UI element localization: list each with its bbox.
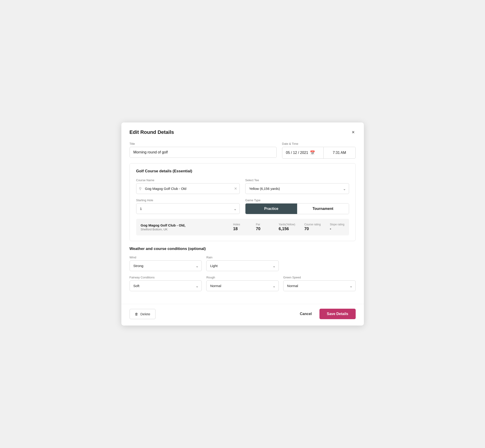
course-rating-label: Course rating bbox=[304, 223, 321, 226]
holes-stat: Holes 18 bbox=[233, 223, 247, 231]
modal-footer: 🗑 Delete Cancel Save Details bbox=[121, 304, 364, 326]
modal-title: Edit Round Details bbox=[129, 129, 174, 135]
course-info-card: Gog Magog Golf Club - Old, Shelford Bott… bbox=[136, 219, 349, 235]
par-stat: Par 70 bbox=[256, 223, 270, 231]
slope-rating-stat: Slope rating - bbox=[330, 223, 344, 231]
wind-rain-row: Wind NoneLightModerateStrong ⌄ Rain None… bbox=[129, 256, 356, 271]
wind-dropdown[interactable]: NoneLightModerateStrong bbox=[129, 260, 202, 271]
course-name-label: Course Name bbox=[136, 178, 240, 182]
clear-icon[interactable]: ✕ bbox=[234, 186, 237, 191]
edit-round-modal: Edit Round Details × Title Date & Time 0… bbox=[121, 122, 364, 326]
starting-hole-label: Starting Hole bbox=[136, 199, 240, 202]
yards-stat: Yards(Yellow) 6,156 bbox=[279, 223, 295, 231]
rain-label: Rain bbox=[206, 256, 279, 259]
course-rating-stat: Course rating 70 bbox=[304, 223, 321, 231]
modal-body: Title Date & Time 05 / 12 / 2021 📅 7:31 … bbox=[121, 140, 364, 302]
search-icon: ⚲ bbox=[139, 186, 142, 191]
wind-group: Wind NoneLightModerateStrong ⌄ bbox=[129, 256, 202, 271]
time-part[interactable]: 7:31 AM bbox=[323, 147, 356, 159]
starting-hole-dropdown[interactable]: 1234 5678 910 bbox=[136, 203, 240, 214]
footer-right: Cancel Save Details bbox=[298, 309, 356, 319]
game-type-toggle: Practice Tournament bbox=[245, 203, 349, 214]
date-time-group: 05 / 12 / 2021 📅 7:31 AM bbox=[282, 147, 356, 159]
title-datetime-row: Title Date & Time 05 / 12 / 2021 📅 7:31 … bbox=[129, 142, 356, 159]
hole-gametype-row: Starting Hole 1234 5678 910 ⌄ Game Type … bbox=[136, 199, 349, 214]
select-tee-dropdown[interactable]: Yellow (6,156 yards) White Red bbox=[245, 183, 349, 194]
datetime-label: Date & Time bbox=[282, 142, 356, 145]
save-button[interactable]: Save Details bbox=[319, 309, 356, 319]
rough-wrapper: ShortNormalLong ⌄ bbox=[206, 280, 279, 291]
game-type-label: Game Type bbox=[245, 199, 349, 202]
green-speed-dropdown[interactable]: SlowNormalFast bbox=[283, 280, 356, 291]
calendar-icon: 📅 bbox=[310, 150, 315, 155]
delete-button[interactable]: 🗑 Delete bbox=[129, 309, 155, 319]
course-name-info: Gog Magog Golf Club - Old, Shelford Bott… bbox=[141, 223, 224, 231]
slope-rating-label: Slope rating bbox=[330, 223, 344, 226]
green-speed-wrapper: SlowNormalFast ⌄ bbox=[283, 280, 356, 291]
date-part[interactable]: 05 / 12 / 2021 📅 bbox=[282, 147, 323, 159]
green-speed-group: Green Speed SlowNormalFast ⌄ bbox=[283, 276, 356, 291]
fairway-group: Fairway Conditions SoftNormalHard ⌄ bbox=[129, 276, 202, 291]
delete-label: Delete bbox=[140, 312, 150, 316]
course-card-location: Shelford Bottom, UK bbox=[141, 228, 224, 231]
title-field-group: Title bbox=[129, 142, 277, 158]
cancel-button[interactable]: Cancel bbox=[298, 309, 314, 319]
date-value: 05 / 12 / 2021 bbox=[286, 151, 308, 155]
rough-label: Rough bbox=[206, 276, 279, 279]
course-tee-row: Course Name ⚲ ✕ Select Tee Yellow (6,156… bbox=[136, 178, 349, 194]
select-tee-group: Select Tee Yellow (6,156 yards) White Re… bbox=[245, 178, 349, 194]
slope-rating-value: - bbox=[330, 226, 331, 231]
starting-hole-group: Starting Hole 1234 5678 910 ⌄ bbox=[136, 199, 240, 214]
title-input[interactable] bbox=[129, 147, 277, 158]
trash-icon: 🗑 bbox=[135, 312, 138, 316]
course-rating-value: 70 bbox=[304, 226, 309, 231]
rain-dropdown[interactable]: NoneLightModerateHeavy bbox=[206, 260, 279, 271]
datetime-field-group: Date & Time 05 / 12 / 2021 📅 7:31 AM bbox=[282, 142, 356, 159]
course-card-name: Gog Magog Golf Club - Old, bbox=[141, 223, 224, 227]
yards-label: Yards(Yellow) bbox=[279, 223, 295, 226]
fairway-rough-green-row: Fairway Conditions SoftNormalHard ⌄ Roug… bbox=[129, 276, 356, 291]
conditions-section-title: Weather and course conditions (optional) bbox=[129, 247, 356, 251]
par-label: Par bbox=[256, 223, 260, 226]
golf-course-title: Golf Course details (Essential) bbox=[136, 169, 349, 174]
rain-wrapper: NoneLightModerateHeavy ⌄ bbox=[206, 260, 279, 271]
course-name-group: Course Name ⚲ ✕ bbox=[136, 178, 240, 194]
yards-value: 6,156 bbox=[279, 226, 289, 231]
golf-course-section: Golf Course details (Essential) Course N… bbox=[129, 163, 356, 241]
course-search-wrapper: ⚲ ✕ bbox=[136, 183, 240, 194]
starting-hole-wrapper: 1234 5678 910 ⌄ bbox=[136, 203, 240, 214]
wind-label: Wind bbox=[129, 256, 202, 259]
fairway-wrapper: SoftNormalHard ⌄ bbox=[129, 280, 202, 291]
green-speed-label: Green Speed bbox=[283, 276, 356, 279]
practice-button[interactable]: Practice bbox=[245, 203, 297, 214]
rough-dropdown[interactable]: ShortNormalLong bbox=[206, 280, 279, 291]
modal-header: Edit Round Details × bbox=[121, 122, 364, 140]
time-value: 7:31 AM bbox=[333, 151, 346, 155]
fairway-label: Fairway Conditions bbox=[129, 276, 202, 279]
select-tee-label: Select Tee bbox=[245, 178, 349, 182]
fairway-dropdown[interactable]: SoftNormalHard bbox=[129, 280, 202, 291]
par-value: 70 bbox=[256, 226, 260, 231]
tournament-button[interactable]: Tournament bbox=[297, 203, 349, 214]
game-type-group: Game Type Practice Tournament bbox=[245, 199, 349, 214]
close-button[interactable]: × bbox=[351, 129, 356, 136]
course-name-input[interactable] bbox=[136, 183, 240, 194]
wind-wrapper: NoneLightModerateStrong ⌄ bbox=[129, 260, 202, 271]
rain-group: Rain NoneLightModerateHeavy ⌄ bbox=[206, 256, 279, 271]
holes-label: Holes bbox=[233, 223, 240, 226]
rough-group: Rough ShortNormalLong ⌄ bbox=[206, 276, 279, 291]
title-label: Title bbox=[129, 142, 277, 145]
holes-value: 18 bbox=[233, 226, 238, 231]
select-tee-wrapper: Yellow (6,156 yards) White Red ⌄ bbox=[245, 183, 349, 194]
